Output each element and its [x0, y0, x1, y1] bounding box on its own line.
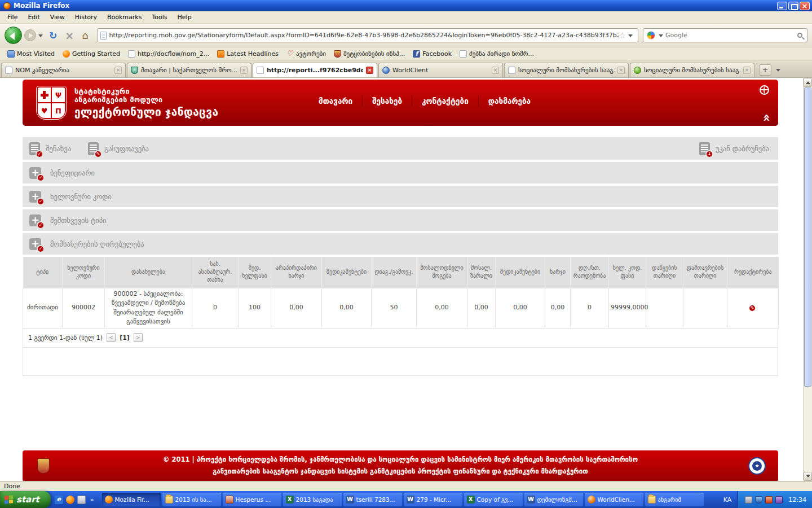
- restore-button[interactable]: [788, 2, 798, 10]
- tray-antivirus-icon[interactable]: [755, 496, 762, 503]
- task-word-279[interactable]: 279 - Micr...: [404, 493, 462, 506]
- clear-button[interactable]: გასუფთავება: [88, 142, 149, 155]
- collapse-header-icon[interactable]: [760, 113, 774, 121]
- tray-usb-icon[interactable]: [765, 496, 773, 503]
- scroll-down-button[interactable]: [804, 472, 812, 481]
- search-bar[interactable]: [643, 28, 807, 42]
- tab-social-service-2[interactable]: სოციალური მომსახურების სააგ...: [630, 63, 754, 77]
- close-button[interactable]: [800, 2, 810, 10]
- bookmark-notifications[interactable]: შეტყობინების ინსპ...: [330, 49, 409, 59]
- task-word-doc[interactable]: დეშილონგმ...: [524, 493, 583, 506]
- accordion-artificial-code[interactable]: ხელოვნური კოდი: [23, 186, 778, 207]
- tab-mtavari[interactable]: მთავარი | საქართველოს შრო...: [127, 63, 251, 77]
- close-icon[interactable]: [240, 67, 248, 74]
- search-icon[interactable]: [797, 33, 802, 38]
- task-excel-copy[interactable]: Copy of გვ...: [464, 493, 523, 506]
- accordion-beneficiary[interactable]: ბენეფიციარი: [23, 162, 778, 183]
- menu-help[interactable]: Help: [173, 12, 197, 23]
- home-icon[interactable]: [82, 29, 88, 41]
- task-excel-2013[interactable]: 2013 საგადა: [283, 493, 342, 506]
- bookmark-docflow[interactable]: http://docflow/nom_2...: [124, 49, 213, 59]
- nav-home[interactable]: მთავარი: [309, 95, 362, 107]
- globe-icon[interactable]: [760, 85, 769, 95]
- bookmark-facebook[interactable]: Facebook: [409, 49, 456, 59]
- task-worldclient[interactable]: WorldClien...: [585, 493, 643, 506]
- column-header: ხელოვნური კოდი: [63, 257, 105, 288]
- menu-file[interactable]: File: [2, 12, 23, 23]
- task-word-tserili[interactable]: tserili 7283...: [343, 493, 402, 506]
- task-label: დეშილონგმ...: [537, 496, 577, 503]
- url-bar[interactable]: [97, 28, 638, 42]
- bookmark-personal-number-search[interactable]: ძებნა პირადი ნომრ...: [456, 49, 538, 59]
- menu-history[interactable]: History: [70, 12, 102, 23]
- tab-social-service-1[interactable]: სოციალური მომსახურების სააგ...: [504, 63, 629, 77]
- pagination-summary: 1 გვერდი 1-დან (სულ 1): [28, 334, 103, 341]
- close-icon[interactable]: [617, 67, 625, 74]
- bookmark-label: http://docflow/nom_2...: [138, 50, 209, 58]
- bookmark-latest-headlines[interactable]: Latest Headlines: [213, 49, 283, 59]
- accordion-case-type[interactable]: შემთხვევის ტიპი: [23, 209, 778, 231]
- url-dropdown-icon[interactable]: [628, 34, 633, 40]
- close-icon[interactable]: [366, 67, 373, 74]
- close-icon[interactable]: [743, 67, 751, 74]
- menu-view[interactable]: View: [45, 12, 70, 23]
- minimize-button[interactable]: [777, 2, 787, 10]
- tab-worldclient[interactable]: WorldClient: [378, 63, 503, 77]
- menu-tools[interactable]: Tools: [147, 12, 172, 23]
- column-header: მოსალოდნელი მოგება: [417, 257, 467, 288]
- firefox-icon: [63, 50, 70, 58]
- quick-launch-overflow-icon[interactable]: [89, 496, 96, 503]
- back-button[interactable]: [5, 27, 22, 44]
- tray-app-icon[interactable]: [775, 496, 783, 503]
- task-folder-angarish[interactable]: ანგარიშ: [645, 493, 704, 506]
- vertical-scrollbar[interactable]: [803, 77, 812, 481]
- accordion-service-cost[interactable]: მომსახურების ღირებულება: [23, 233, 778, 255]
- nav-about[interactable]: შესახებ: [362, 95, 412, 107]
- task-mozilla-firefox[interactable]: Mozilla Fir...: [102, 493, 161, 506]
- menu-bar: File Edit View History Bookmarks Tools H…: [0, 11, 812, 24]
- language-indicator[interactable]: KA: [718, 496, 738, 503]
- check-badge-icon: [37, 174, 45, 182]
- search-engine-dropdown-icon[interactable]: [659, 34, 663, 40]
- close-icon[interactable]: [492, 67, 499, 74]
- tab-reporting-active[interactable]: http://reporti...f9762cbe9dde#: [253, 63, 377, 77]
- next-page-button[interactable]: >: [134, 333, 143, 342]
- stop-icon[interactable]: [65, 29, 74, 42]
- go-back-button[interactable]: უკან დაბრუნება: [699, 142, 769, 155]
- bookmark-authors[interactable]: ავტორები: [283, 49, 330, 59]
- current-page-indicator[interactable]: [1]: [120, 334, 130, 341]
- internet-explorer-icon[interactable]: [55, 496, 63, 504]
- table-cell: 0,00: [545, 288, 571, 328]
- firefox-icon[interactable]: [66, 496, 74, 504]
- word-icon: [346, 496, 354, 503]
- list-all-tabs-button[interactable]: [774, 64, 783, 76]
- forward-button[interactable]: [24, 29, 36, 41]
- menu-bookmarks[interactable]: Bookmarks: [102, 12, 147, 23]
- previous-page-button[interactable]: <: [107, 333, 116, 342]
- close-icon[interactable]: [114, 67, 122, 74]
- tab-nom-kancelaria[interactable]: NOM კანცელარია: [1, 63, 126, 77]
- nav-help[interactable]: დახმარება: [478, 95, 540, 107]
- scroll-up-button[interactable]: [804, 78, 812, 87]
- search-input[interactable]: [665, 32, 797, 39]
- column-header: დასახელება: [105, 257, 192, 288]
- scrollbar-thumb[interactable]: [804, 87, 811, 387]
- task-folder-2013[interactable]: 2013 ის სა...: [162, 493, 221, 506]
- column-header: რედაქტირება: [727, 257, 779, 288]
- menu-edit[interactable]: Edit: [23, 12, 45, 23]
- task-label: WorldClien...: [598, 496, 635, 503]
- refresh-icon[interactable]: [49, 30, 57, 41]
- task-hesperus[interactable]: Hesperus ...: [223, 493, 281, 506]
- start-button[interactable]: start: [0, 491, 51, 508]
- bookmark-star-icon[interactable]: [619, 30, 626, 41]
- history-dropdown-icon[interactable]: [38, 34, 43, 40]
- tray-device-icon[interactable]: [745, 496, 752, 503]
- url-input[interactable]: [109, 32, 619, 39]
- new-tab-button[interactable]: [759, 64, 771, 76]
- bookmark-most-visited[interactable]: Most Visited: [3, 49, 59, 59]
- nav-contacts[interactable]: კონტაქტები: [412, 95, 478, 107]
- save-button[interactable]: შენახვა: [29, 142, 71, 155]
- word-icon: [407, 496, 414, 503]
- bookmark-getting-started[interactable]: Getting Started: [59, 49, 124, 59]
- mail-app-icon[interactable]: [77, 496, 86, 504]
